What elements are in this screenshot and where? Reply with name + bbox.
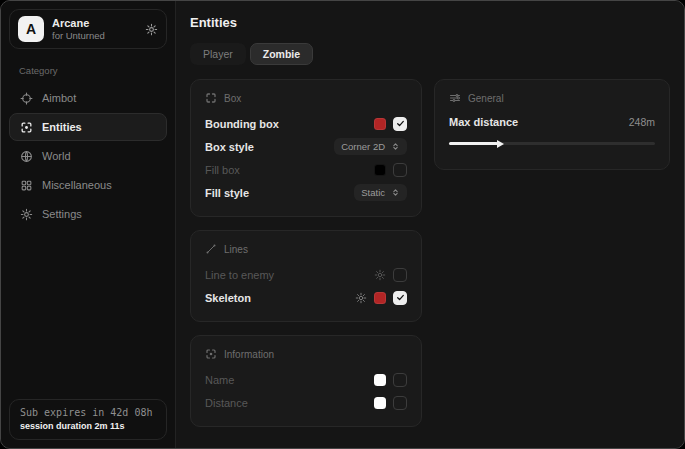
scan-icon: [205, 348, 217, 360]
gear-icon[interactable]: [355, 292, 367, 304]
sub-expiry-text: Sub expires in 42d 08h: [20, 407, 156, 418]
app-subtitle: for Unturned: [52, 30, 137, 41]
sidebar-item-miscellaneous[interactable]: Miscellaneous: [9, 171, 167, 199]
box-corners-icon: [205, 92, 217, 104]
setting-row-max-distance: Max distance 248m: [449, 112, 655, 132]
general-card: General Max distance 248m: [434, 79, 670, 170]
tab-player[interactable]: Player: [190, 43, 246, 65]
app-window: A Arcane for Unturned Category Aimbot En…: [0, 0, 685, 449]
sidebar-item-entities[interactable]: Entities: [9, 113, 167, 141]
color-swatch[interactable]: [374, 397, 386, 409]
card-title: Lines: [224, 244, 248, 255]
name-checkbox[interactable]: [393, 373, 407, 387]
globe-icon: [20, 150, 33, 163]
bounding-box-checkbox[interactable]: [393, 117, 407, 131]
setting-row-fill-box: Fill box: [205, 158, 407, 181]
color-swatch[interactable]: [374, 374, 386, 386]
card-title: Information: [224, 349, 274, 360]
sidebar: A Arcane for Unturned Category Aimbot En…: [1, 1, 176, 448]
grid-icon: [20, 179, 33, 192]
max-distance-slider[interactable]: [449, 142, 655, 145]
entity-tabs: Player Zombie: [190, 43, 670, 65]
chevron-updown-icon: [391, 188, 400, 197]
page-title: Entities: [190, 15, 670, 30]
color-swatch[interactable]: [374, 118, 386, 130]
brand-card: A Arcane for Unturned: [9, 9, 167, 49]
box-card: Box Bounding box Box style Corne: [190, 79, 422, 217]
lines-card: Lines Line to enemy Skeleton: [190, 230, 422, 322]
sidebar-item-label: Settings: [42, 208, 82, 220]
crosshair-icon: [20, 92, 33, 105]
line-to-enemy-checkbox[interactable]: [393, 268, 407, 282]
distance-checkbox[interactable]: [393, 396, 407, 410]
gear-icon[interactable]: [374, 269, 386, 281]
color-swatch[interactable]: [374, 164, 386, 176]
color-swatch[interactable]: [374, 292, 386, 304]
fill-style-dropdown[interactable]: Static: [354, 184, 407, 201]
setting-row-distance: Distance: [205, 391, 407, 414]
subscription-card: Sub expires in 42d 08h session duration …: [9, 399, 167, 440]
session-duration-text: session duration 2m 11s: [20, 421, 156, 431]
setting-row-line-to-enemy: Line to enemy: [205, 263, 407, 286]
box-style-dropdown[interactable]: Corner 2D: [334, 138, 407, 155]
app-logo: A: [18, 16, 44, 42]
setting-row-box-style: Box style Corner 2D: [205, 135, 407, 158]
max-distance-value: 248m: [629, 116, 655, 128]
line-icon: [205, 243, 217, 255]
card-title: General: [468, 93, 504, 104]
app-name: Arcane: [52, 17, 137, 30]
scan-icon: [20, 121, 33, 134]
tab-zombie[interactable]: Zombie: [250, 43, 313, 65]
sidebar-item-world[interactable]: World: [9, 142, 167, 170]
main-content: Entities Player Zombie Box Bounding box: [176, 1, 684, 448]
sidebar-item-label: Entities: [42, 121, 82, 133]
sidebar-item-label: Miscellaneous: [42, 179, 112, 191]
information-card: Information Name Distance: [190, 335, 422, 427]
sidebar-item-label: World: [42, 150, 71, 162]
fill-box-checkbox[interactable]: [393, 163, 407, 177]
setting-row-bounding-box: Bounding box: [205, 112, 407, 135]
sliders-icon: [449, 92, 461, 104]
gear-icon: [20, 208, 33, 221]
slider-thumb[interactable]: [497, 140, 504, 148]
sidebar-item-aimbot[interactable]: Aimbot: [9, 84, 167, 112]
chevron-updown-icon: [391, 142, 400, 151]
skeleton-checkbox[interactable]: [393, 291, 407, 305]
sidebar-item-settings[interactable]: Settings: [9, 200, 167, 228]
setting-row-fill-style: Fill style Static: [205, 181, 407, 204]
card-title: Box: [224, 93, 241, 104]
setting-row-name: Name: [205, 368, 407, 391]
sidebar-nav: Aimbot Entities World Miscellaneous Sett…: [9, 84, 167, 228]
category-label: Category: [19, 65, 157, 76]
gear-icon[interactable]: [145, 23, 158, 36]
slider-fill: [449, 142, 498, 145]
sidebar-item-label: Aimbot: [42, 92, 76, 104]
setting-row-skeleton: Skeleton: [205, 286, 407, 309]
